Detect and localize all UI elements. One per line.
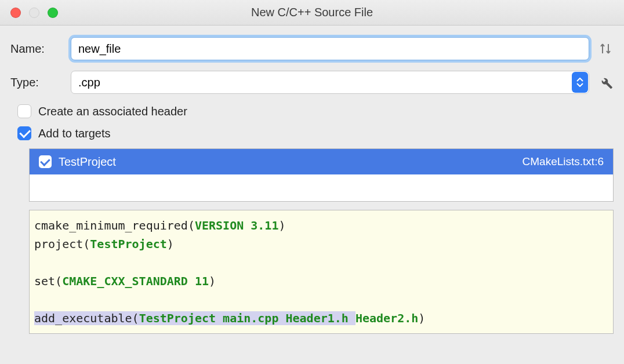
chevron-updown-icon (572, 72, 588, 93)
name-row: Name: (10, 37, 614, 60)
settings-wrench-icon[interactable] (597, 75, 614, 90)
targets-list: TestProject CMakeLists.txt:6 (29, 148, 614, 202)
name-label: Name: (10, 42, 63, 56)
target-name: TestProject (59, 155, 516, 169)
type-value: .cpp (78, 76, 100, 89)
type-select[interactable]: .cpp (71, 71, 589, 94)
target-file-ref: CMakeLists.txt:6 (523, 155, 604, 168)
code-line-2: project(TestProject) (34, 235, 608, 253)
create-header-checkbox[interactable] (17, 104, 31, 118)
name-input[interactable] (71, 37, 589, 60)
zoom-window-button[interactable] (48, 8, 58, 18)
type-label: Type: (10, 76, 63, 89)
window-controls (0, 8, 58, 18)
titlebar: New C/C++ Source File (0, 0, 624, 26)
code-line-3: set(CMAKE_CXX_STANDARD 11) (34, 272, 608, 290)
code-line-4: add_executable(TestProject main.cpp Head… (34, 309, 608, 327)
close-window-button[interactable] (10, 8, 21, 18)
minimize-window-button[interactable] (29, 8, 39, 18)
create-header-row: Create an associated header (17, 104, 614, 118)
add-targets-checkbox[interactable] (17, 126, 31, 140)
window-title: New C/C++ Source File (0, 6, 624, 19)
target-row[interactable]: TestProject CMakeLists.txt:6 (30, 149, 613, 174)
add-targets-row: Add to targets (17, 126, 614, 140)
add-targets-label: Add to targets (38, 127, 111, 140)
code-blank-1 (34, 253, 608, 272)
cmake-preview: cmake_minimum_required(VERSION 3.11)proj… (29, 210, 614, 334)
target-checkbox[interactable] (39, 155, 52, 168)
code-line-1: cmake_minimum_required(VERSION 3.11) (34, 216, 608, 235)
targets-blank-row (30, 174, 613, 201)
form-area: Name: Type: .cpp Create an associated he… (0, 26, 624, 140)
code-blank-2 (34, 290, 608, 309)
type-row: Type: .cpp (10, 71, 614, 94)
create-header-label: Create an associated header (38, 105, 187, 118)
sort-icon[interactable] (597, 42, 614, 56)
